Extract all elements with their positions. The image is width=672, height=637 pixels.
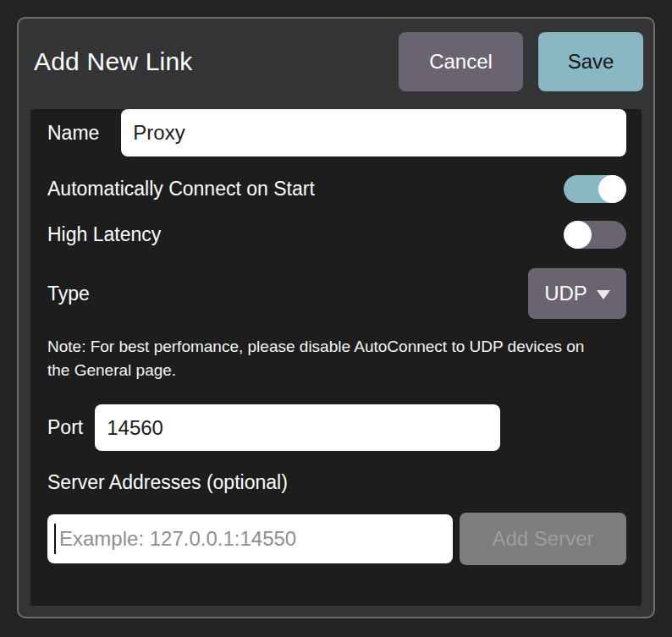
toggle-knob — [564, 221, 592, 249]
auto-connect-toggle[interactable] — [564, 175, 626, 203]
name-row: Name — [47, 109, 626, 157]
link-settings-panel: Name Automatically Connect on Start High… — [30, 109, 642, 606]
add-link-dialog: Add New Link Cancel Save Name Automatica… — [17, 17, 655, 618]
name-input[interactable] — [121, 109, 626, 157]
port-row: Port — [47, 404, 626, 451]
type-row: Type UDP — [47, 268, 626, 319]
high-latency-toggle[interactable] — [564, 221, 626, 249]
text-cursor — [54, 524, 56, 554]
server-address-row: Add Server — [47, 513, 626, 565]
name-label: Name — [47, 122, 99, 145]
chevron-down-icon — [597, 290, 610, 299]
type-dropdown[interactable]: UDP — [528, 268, 626, 319]
port-label: Port — [47, 416, 83, 439]
type-dropdown-value: UDP — [544, 282, 587, 305]
server-address-input[interactable] — [47, 514, 453, 563]
server-addresses-label: Server Addresses (optional) — [47, 471, 626, 494]
toggle-knob — [598, 175, 626, 203]
udp-note-text: Note: For best perfomance, please disabl… — [47, 335, 593, 382]
server-address-input-wrap — [47, 514, 453, 563]
save-button[interactable]: Save — [538, 32, 643, 91]
auto-connect-label: Automatically Connect on Start — [47, 178, 315, 200]
dialog-header: Add New Link Cancel Save — [19, 19, 653, 91]
auto-connect-row: Automatically Connect on Start — [47, 175, 626, 203]
high-latency-row: High Latency — [47, 221, 626, 249]
cancel-button[interactable]: Cancel — [399, 32, 523, 91]
high-latency-label: High Latency — [47, 223, 161, 246]
add-server-button[interactable]: Add Server — [460, 513, 626, 565]
type-label: Type — [47, 283, 90, 305]
page-title: Add New Link — [34, 47, 399, 76]
port-input[interactable] — [95, 404, 500, 451]
